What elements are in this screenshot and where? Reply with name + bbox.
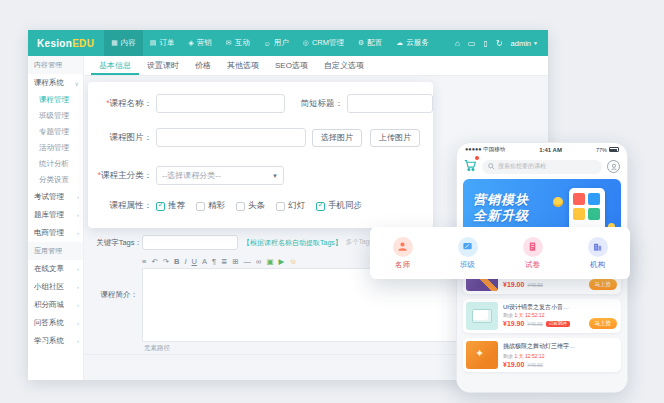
group-label: 积分商城 — [34, 300, 64, 310]
popover-item-institutions[interactable]: 机构 — [565, 227, 630, 279]
tab-other-options[interactable]: 其他选项 — [219, 56, 267, 75]
sidebar-group-points-mall[interactable]: 积分商城› — [28, 296, 83, 314]
attributes-label: 课程属性： — [88, 200, 152, 212]
auto-extract-tags-link[interactable]: 【根据课程名称自动提取Tags】 — [243, 238, 342, 248]
sidebar-group-exam[interactable]: 考试管理› — [28, 188, 83, 206]
product-old-price: ¥49.90 — [527, 282, 542, 288]
hr-icon[interactable]: — — [244, 257, 252, 266]
cart-icon[interactable] — [464, 158, 477, 176]
tab-custom-options[interactable]: 自定义选项 — [316, 56, 372, 75]
checkbox-recommend[interactable]: 推荐 — [156, 200, 185, 212]
bold-icon[interactable]: B — [174, 257, 179, 266]
popover-label: 试卷 — [525, 260, 540, 270]
nav-item-users[interactable]: ☺用户 — [257, 30, 296, 56]
tags-input[interactable] — [142, 235, 238, 250]
sidebar-item-category-setting[interactable]: 分类设置 — [28, 172, 83, 188]
product-title: 挑战极限之舞动灯三维字… — [503, 342, 617, 351]
link-icon[interactable]: ∞ — [256, 257, 261, 266]
nav-item-cloud[interactable]: ☁云服务 — [389, 30, 436, 56]
home-icon[interactable]: ⌂ — [455, 39, 460, 48]
sidebar-group-qa[interactable]: 问答系统› — [28, 314, 83, 332]
sidebar-item-activity-manage[interactable]: 活动管理 — [28, 140, 83, 156]
chat-icon: ✉ — [226, 39, 232, 47]
user-name: admin — [511, 39, 531, 48]
sidebar-section-apps: 应用管理 — [28, 242, 83, 260]
buy-now-button[interactable]: 马上抢 — [589, 318, 618, 329]
nav-label: CRM管理 — [312, 38, 344, 48]
choose-image-button[interactable]: 选择图片 — [312, 129, 362, 147]
nav-label: 内容 — [121, 38, 136, 48]
course-image-input[interactable] — [156, 128, 306, 147]
undo-icon[interactable]: ↶ — [151, 257, 157, 266]
checkbox-icon — [316, 202, 325, 211]
sidebar-section-content: 内容管理 — [28, 56, 83, 74]
sidebar-group-learning[interactable]: 学习系统› — [28, 332, 83, 350]
italic-icon[interactable]: I — [184, 257, 186, 266]
font-color-icon[interactable]: A — [202, 257, 207, 266]
sidebar-group-community[interactable]: 小组社区› — [28, 278, 83, 296]
group-label: 学习系统 — [34, 336, 64, 346]
nav-item-orders[interactable]: ▤订单 — [143, 30, 182, 56]
sidebar-item-topic-manage[interactable]: 专题管理 — [28, 124, 83, 140]
video-icon[interactable]: ▶ — [279, 257, 285, 266]
popover-label: 班级 — [460, 260, 475, 270]
sidebar-item-class-manage[interactable]: 班级管理 — [28, 108, 83, 124]
nav-label: 云服务 — [406, 38, 429, 48]
category-select[interactable]: --选择课程分类--▼ — [156, 166, 284, 185]
popover-item-classes[interactable]: 班级 — [435, 227, 500, 279]
popover-item-exams[interactable]: 试卷 — [500, 227, 565, 279]
sidebar-group-ecommerce[interactable]: 电商管理› — [28, 224, 83, 242]
refresh-icon[interactable]: ↻ — [496, 39, 503, 48]
sidebar-item-stats[interactable]: 统计分析 — [28, 156, 83, 172]
list-icon[interactable]: ≣ — [221, 257, 227, 266]
upload-image-button[interactable]: 上传图片 — [370, 129, 420, 147]
checkbox-headline[interactable]: 头条 — [236, 200, 265, 212]
nav-label: 营销 — [197, 38, 212, 48]
service-icon[interactable] — [607, 160, 620, 173]
monitor-icon[interactable]: ▭ — [468, 39, 476, 48]
chevron-right-icon: › — [77, 230, 79, 236]
nav-item-settings[interactable]: ⚙配置 — [351, 30, 389, 56]
checkbox-mobile-sync[interactable]: 手机同步 — [316, 200, 362, 212]
search-input[interactable]: 搜索你想要的课程 — [482, 160, 602, 174]
chevron-down-icon: ▼ — [533, 40, 538, 46]
course-name-input[interactable] — [156, 94, 285, 113]
source-code-icon[interactable]: ≡ — [142, 257, 146, 266]
sidebar-group-question-bank[interactable]: 题库管理› — [28, 206, 83, 224]
product-card[interactable]: UI设计锦囊之复古小音… 剩余 1 天 12:52:12 ¥19.90 ¥49.… — [463, 299, 621, 333]
carrier-signal: ●●●●● 中国移动 — [465, 146, 505, 153]
paragraph-icon[interactable]: ¶ — [212, 257, 216, 266]
phone-icon[interactable]: ▯ — [484, 39, 488, 48]
redo-icon[interactable]: ↷ — [163, 257, 169, 266]
popover-item-teachers[interactable]: 名师 — [370, 227, 435, 279]
chevron-down-icon: ∨ — [75, 80, 79, 87]
tab-lessons[interactable]: 设置课时 — [139, 56, 187, 75]
emoji-icon[interactable]: ☺ — [289, 257, 297, 266]
table-icon[interactable]: ⊞ — [232, 257, 238, 266]
sidebar-item-course-manage[interactable]: 课程管理 — [28, 92, 83, 108]
nav-item-marketing[interactable]: ◈营销 — [181, 30, 218, 56]
chevron-right-icon: › — [77, 266, 79, 272]
underline-icon[interactable]: U — [192, 257, 197, 266]
nav-item-interaction[interactable]: ✉互动 — [219, 30, 257, 56]
checkbox-featured[interactable]: 精彩 — [196, 200, 225, 212]
tab-seo-options[interactable]: SEO选项 — [267, 56, 316, 75]
product-countdown: 剩余 1 天 12:52:12 — [503, 353, 617, 359]
intro-label: 课程简介： — [84, 290, 138, 300]
tab-basic-info[interactable]: 基本信息 — [91, 56, 139, 75]
chevron-right-icon: › — [77, 320, 79, 326]
nav-item-content[interactable]: ▦内容 — [104, 30, 143, 56]
app-logo[interactable]: KesionEDU — [28, 38, 104, 49]
sidebar-group-course-system[interactable]: 课程系统∨ — [28, 74, 83, 92]
image-icon[interactable]: ▣ — [266, 257, 273, 266]
sold-count-tag: 已抢96件 — [546, 321, 571, 327]
nav-item-crm[interactable]: ◎CRM管理 — [296, 30, 351, 56]
sidebar-group-articles[interactable]: 在线文章› — [28, 260, 83, 278]
product-card[interactable]: 挑战极限之舞动灯三维字… 剩余 1 天 12:52:12 ¥19.00 ¥49.… — [463, 338, 621, 372]
checkbox-slideshow[interactable]: 幻灯 — [276, 200, 305, 212]
user-menu[interactable]: admin▼ — [511, 39, 538, 48]
tab-price[interactable]: 价格 — [187, 56, 219, 75]
chevron-right-icon: › — [77, 212, 79, 218]
short-title-input[interactable] — [347, 94, 433, 113]
buy-now-button[interactable]: 马上抢 — [589, 279, 618, 290]
